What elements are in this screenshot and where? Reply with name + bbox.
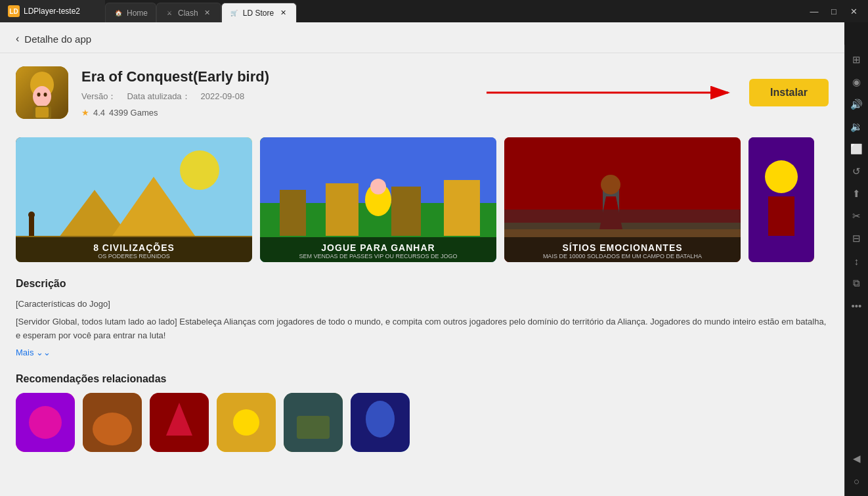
app-brand: LD LDPlayer-teste2	[0, 0, 105, 22]
tab-home-label: Home	[127, 9, 148, 18]
rec-item-1[interactable]	[16, 393, 75, 452]
main-content: ‹ Detalhe do app	[0, 22, 844, 496]
sidebar-grid-icon[interactable]: ⊟	[847, 229, 867, 248]
date-value: 2022-09-08	[201, 91, 245, 101]
ldstore-tab-icon: 🛒	[230, 9, 239, 18]
app-header: Era of Conquest(Early bird) Versão： Data…	[0, 53, 844, 132]
sidebar-transfer-icon[interactable]: ↕	[847, 251, 867, 271]
back-arrow-icon[interactable]: ‹	[16, 33, 19, 45]
brand-name: LDPlayer-teste2	[24, 7, 80, 16]
svg-rect-20	[326, 183, 358, 236]
svg-rect-30	[504, 210, 741, 229]
sidebar-target-icon[interactable]: ◉	[847, 72, 867, 92]
sidebar-back-icon[interactable]: ◀	[847, 449, 867, 468]
screenshot-4-visual	[749, 137, 814, 262]
screenshot-3-label: SÍTIOS EMOCIONANTES MAIS DE 10000 SOLDAD…	[504, 237, 741, 262]
arrow-svg	[487, 79, 736, 106]
sidebar-square-icon[interactable]: □	[847, 493, 867, 496]
sidebar-rotate-icon[interactable]: ↺	[847, 162, 867, 181]
back-nav: ‹ Detalhe do app	[0, 22, 844, 53]
rec-item-4[interactable]	[217, 393, 276, 452]
svg-point-3	[33, 86, 51, 107]
rec-item-5[interactable]	[284, 393, 343, 452]
tab-clash[interactable]: ⚔ Clash ✕	[156, 3, 221, 22]
app-icon-svg	[16, 66, 68, 119]
rec-item-6[interactable]	[351, 393, 410, 452]
svg-point-4	[37, 93, 41, 97]
app-info: Era of Conquest(Early bird) Versão： Data…	[81, 68, 473, 118]
svg-point-32	[765, 160, 798, 193]
rating-count: 4399 Games	[109, 108, 158, 118]
install-button[interactable]: Instalar	[749, 79, 829, 106]
screenshot-1: 8 CIVILIZAÇÕES OS PODERES REUNIDOS	[16, 137, 252, 262]
ldstore-tab-close[interactable]: ✕	[278, 8, 288, 18]
version-label: Versão：	[81, 91, 116, 102]
sidebar-copy-icon[interactable]: ⧉	[847, 273, 867, 293]
sidebar-more-icon[interactable]: •••	[847, 296, 867, 315]
more-label: Mais	[16, 348, 33, 357]
star-icon: ★	[81, 108, 89, 118]
screenshot-2-main: JOGUE PARA GANHAR	[263, 242, 494, 253]
svg-point-11	[180, 150, 219, 190]
screenshot-3-main: SÍTIOS EMOCIONANTES	[507, 242, 738, 253]
screenshot-3: SÍTIOS EMOCIONANTES MAIS DE 10000 SOLDAD…	[504, 137, 741, 262]
tab-ldstore-label: LD Store	[243, 9, 274, 18]
svg-point-37	[93, 413, 132, 445]
title-bar: LD LDPlayer-teste2 🏠 Home ⚔ Clash ✕ 🛒 LD…	[0, 0, 868, 22]
app-rating: ★ 4.4 4399 Games	[81, 108, 473, 118]
back-nav-label: Detalhe do app	[24, 34, 91, 45]
tabs-bar: 🏠 Home ⚔ Clash ✕ 🛒 LD Store ✕	[105, 0, 297, 22]
svg-rect-22	[444, 180, 480, 236]
sidebar-volume-up-icon[interactable]: 🔊	[847, 95, 867, 114]
screenshot-2-label: JOGUE PARA GANHAR SEM VENDAS DE PASSES V…	[260, 237, 496, 262]
more-chevron-icon: ⌄⌄	[36, 348, 51, 357]
svg-point-41	[233, 409, 259, 436]
screenshot-1-label: 8 CIVILIZAÇÕES OS PODERES REUNIDOS	[16, 237, 252, 262]
clash-tab-close[interactable]: ✕	[202, 8, 213, 18]
sidebar-resize-icon[interactable]: ⬜	[847, 139, 867, 159]
screenshot-4	[749, 137, 814, 262]
maximize-button[interactable]: □	[825, 2, 843, 20]
date-label: Data atulizada：	[127, 91, 190, 102]
install-area: Instalar	[487, 79, 829, 106]
screenshot-1-main: 8 CIVILIZAÇÕES	[18, 242, 250, 253]
more-link[interactable]: Mais ⌄⌄	[16, 348, 829, 357]
svg-point-35	[29, 406, 62, 439]
tab-ldstore[interactable]: 🛒 LD Store ✕	[221, 3, 297, 22]
description-line-2: [Servidor Global, todos lutam lado ao la…	[16, 315, 829, 343]
minimize-button[interactable]: —	[805, 2, 823, 20]
screenshot-2-sub: SEM VENDAS DE PASSES VIP OU RECURSOS DE …	[263, 253, 494, 259]
description-title: Descrição	[16, 278, 829, 290]
svg-point-5	[44, 93, 47, 97]
home-tab-icon: 🏠	[114, 9, 123, 18]
svg-rect-19	[280, 190, 306, 236]
app-meta: Versão： Data atulizada： 2022-09-08	[81, 91, 473, 102]
recommendations-row	[16, 393, 829, 452]
red-arrow	[487, 79, 736, 106]
title-bar-left: LD LDPlayer-teste2 🏠 Home ⚔ Clash ✕ 🛒 LD…	[0, 0, 800, 22]
description-section: Descrição [Características do Jogo] [Ser…	[0, 273, 844, 368]
app-icon	[16, 66, 68, 119]
screenshot-3-sub: MAIS DE 10000 SOLDADOS EM UM CAMPO DE BA…	[507, 253, 738, 259]
screenshots-row: 8 CIVILIZAÇÕES OS PODERES REUNIDOS	[16, 137, 829, 262]
sidebar-upload-icon[interactable]: ⬆	[847, 184, 867, 204]
svg-point-16	[28, 212, 35, 218]
rec-item-3[interactable]	[150, 393, 209, 452]
screenshots-section: 8 CIVILIZAÇÕES OS PODERES REUNIDOS	[0, 132, 844, 273]
svg-rect-7	[35, 107, 49, 118]
window-controls: — □ ✕	[800, 2, 868, 20]
screenshot-1-sub: OS PODERES REUNIDOS	[18, 253, 250, 259]
app-title: Era of Conquest(Early bird)	[81, 68, 473, 85]
sidebar-scissors-icon[interactable]: ✂	[847, 206, 867, 226]
close-button[interactable]: ✕	[844, 2, 863, 20]
tab-home[interactable]: 🏠 Home	[105, 3, 156, 22]
brand-icon: LD	[8, 5, 20, 17]
sidebar-gamepad-icon[interactable]: ⊞	[847, 50, 867, 70]
svg-rect-15	[29, 216, 34, 236]
rec-item-2[interactable]	[83, 393, 142, 452]
right-sidebar: ⊞ ◉ 🔊 🔉 ⬜ ↺ ⬆ ✂ ⊟ ↕ ⧉ ••• ◀ ○ □	[844, 45, 868, 496]
sidebar-volume-down-icon[interactable]: 🔉	[847, 117, 867, 137]
tab-clash-label: Clash	[178, 9, 198, 18]
sidebar-home-icon[interactable]: ○	[847, 471, 867, 491]
svg-rect-21	[391, 187, 421, 236]
